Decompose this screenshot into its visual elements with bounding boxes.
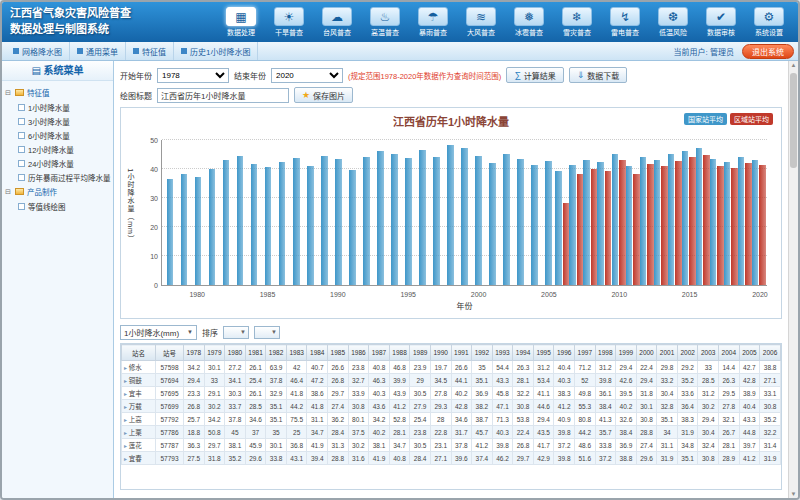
bar-regional[interactable] xyxy=(661,166,668,285)
bar-national[interactable] xyxy=(597,162,604,285)
bar-national[interactable] xyxy=(555,171,562,285)
col-year-1991[interactable]: 1991 xyxy=(451,345,472,361)
calculate-button[interactable]: ∑计算结果 xyxy=(506,67,563,83)
col-year-2000[interactable]: 2000 xyxy=(636,345,657,361)
bar-national[interactable] xyxy=(461,148,468,285)
nav-item-wind-survey[interactable]: ≋大风普查 xyxy=(458,7,504,37)
bar-national[interactable] xyxy=(195,177,202,285)
bar-regional[interactable] xyxy=(605,171,612,285)
bar-regional[interactable] xyxy=(717,166,724,285)
collapse-icon[interactable]: ⊟ xyxy=(5,188,12,196)
bar-national[interactable] xyxy=(531,165,538,285)
col-year-1988[interactable]: 1988 xyxy=(389,345,410,361)
col-year-1999[interactable]: 1999 xyxy=(616,345,637,361)
col-year-1987[interactable]: 1987 xyxy=(369,345,390,361)
col-station-name[interactable]: 站名 xyxy=(122,345,156,361)
bar-national[interactable] xyxy=(724,162,731,285)
bar-national[interactable] xyxy=(654,160,661,285)
col-year-2002[interactable]: 2002 xyxy=(677,345,698,361)
nav-item-snow-survey[interactable]: ❄雪灾普查 xyxy=(554,7,600,37)
scrollbar-thumb[interactable] xyxy=(790,73,797,168)
bar-national[interactable] xyxy=(433,157,440,285)
bar-national[interactable] xyxy=(405,158,412,285)
table-row[interactable]: ▸ 莲花5778736.329.738.145.930.136.841.931.… xyxy=(122,439,781,452)
expand-row-icon[interactable]: ▸ xyxy=(124,417,127,423)
bar-national[interactable] xyxy=(265,167,272,285)
sort-field-select[interactable]: ▼ xyxy=(223,326,249,339)
expand-row-icon[interactable]: ▸ xyxy=(124,404,127,410)
col-year-1993[interactable]: 1993 xyxy=(492,345,513,361)
bar-national[interactable] xyxy=(475,156,482,285)
tab-history-1h-precip[interactable]: 历史1小时降水图 xyxy=(174,42,258,60)
bar-regional[interactable] xyxy=(745,163,752,285)
table-row[interactable]: ▸ 修水5759834.230.127.226.163.94240.726.62… xyxy=(122,361,781,374)
tree-item-12h-precip[interactable]: 12小时降水量 xyxy=(5,142,110,156)
bar-regional[interactable] xyxy=(731,168,738,285)
checkbox-icon[interactable] xyxy=(18,118,25,125)
tree-item-1h-precip[interactable]: 1小时降水量 xyxy=(5,100,110,114)
col-year-1981[interactable]: 1981 xyxy=(245,345,266,361)
nav-item-lightning-survey[interactable]: ↯雷电普查 xyxy=(602,7,648,37)
bar-national[interactable] xyxy=(335,159,342,285)
nav-item-hail-survey[interactable]: ❅冰雹普查 xyxy=(506,7,552,37)
bar-national[interactable] xyxy=(419,150,426,285)
col-year-2003[interactable]: 2003 xyxy=(698,345,719,361)
checkbox-icon[interactable] xyxy=(18,132,25,139)
bar-national[interactable] xyxy=(569,165,576,285)
checkbox-icon[interactable] xyxy=(18,174,25,181)
checkbox-icon[interactable] xyxy=(18,104,25,111)
col-year-2004[interactable]: 2004 xyxy=(719,345,740,361)
plot-title-input[interactable] xyxy=(157,88,289,103)
col-year-1997[interactable]: 1997 xyxy=(574,345,595,361)
end-year-select[interactable]: 2020 xyxy=(271,68,343,83)
tree-group-label-feature-values[interactable]: ⊟特征值 xyxy=(5,85,110,100)
tab-grid-precip-map[interactable]: 网格降水图 xyxy=(6,42,70,60)
bar-regional[interactable] xyxy=(647,164,654,285)
bar-national[interactable] xyxy=(738,157,745,285)
bar-regional[interactable] xyxy=(759,165,766,285)
bar-national[interactable] xyxy=(612,154,619,285)
bar-national[interactable] xyxy=(307,166,314,285)
bar-national[interactable] xyxy=(167,179,174,285)
checkbox-icon[interactable] xyxy=(18,160,25,167)
bar-national[interactable] xyxy=(710,159,717,285)
col-year-2001[interactable]: 2001 xyxy=(657,345,678,361)
table-row[interactable]: ▸ 宜春5779327.531.835.229.633.843.139.428.… xyxy=(122,452,781,465)
bar-national[interactable] xyxy=(349,170,356,285)
table-row[interactable]: ▸ 上高5779225.734.237.834.635.175.531.136.… xyxy=(122,413,781,426)
metric-select[interactable]: 1小时降水(mm) ▼ xyxy=(120,325,197,340)
col-year-2005[interactable]: 2005 xyxy=(739,345,760,361)
col-year-1985[interactable]: 1985 xyxy=(328,345,349,361)
table-row[interactable]: ▸ 上栗5778618.850.84537352534.728.437.540.… xyxy=(122,426,781,439)
checkbox-icon[interactable] xyxy=(18,146,25,153)
bar-national[interactable] xyxy=(503,154,510,285)
tree-item-6h-precip[interactable]: 6小时降水量 xyxy=(5,128,110,142)
tab-general-menu[interactable]: 通用菜单 xyxy=(70,42,126,60)
download-button[interactable]: ⇓数据下载 xyxy=(569,67,628,83)
tree-group-label-product-making[interactable]: ⊟产品制作 xyxy=(5,184,110,199)
nav-item-data-processing[interactable]: ▦数据处理 xyxy=(218,7,264,37)
col-year-1980[interactable]: 1980 xyxy=(225,345,246,361)
table-row[interactable]: ▸ 铜鼓5769429.43334.125.437.846.447.226.83… xyxy=(122,374,781,387)
col-year-1986[interactable]: 1986 xyxy=(348,345,369,361)
col-year-1996[interactable]: 1996 xyxy=(554,345,575,361)
col-year-1979[interactable]: 1979 xyxy=(204,345,225,361)
table-row[interactable]: ▸ 万载5769926.830.233.728.535.144.241.827.… xyxy=(122,400,781,413)
legend-regional[interactable]: 区域站平均 xyxy=(730,113,773,125)
bar-regional[interactable] xyxy=(689,157,696,285)
bar-regional[interactable] xyxy=(563,203,570,285)
tree-item-3h-precip[interactable]: 3小时降水量 xyxy=(5,114,110,128)
bar-national[interactable] xyxy=(517,159,524,285)
col-year-1978[interactable]: 1978 xyxy=(184,345,205,361)
bar-national[interactable] xyxy=(223,160,230,285)
col-year-1998[interactable]: 1998 xyxy=(595,345,616,361)
col-station-id[interactable]: 站号 xyxy=(156,345,184,361)
col-year-1982[interactable]: 1982 xyxy=(266,345,287,361)
nav-item-high-temp-survey[interactable]: ♨高温普查 xyxy=(362,7,408,37)
bar-national[interactable] xyxy=(293,158,300,285)
bar-national[interactable] xyxy=(237,156,244,285)
bar-national[interactable] xyxy=(583,160,590,285)
expand-row-icon[interactable]: ▸ xyxy=(124,378,127,384)
table-row[interactable]: ▸ 宜丰5769523.329.130.326.132.941.838.629.… xyxy=(122,387,781,400)
nav-item-typhoon-survey[interactable]: ☁台风普查 xyxy=(314,7,360,37)
